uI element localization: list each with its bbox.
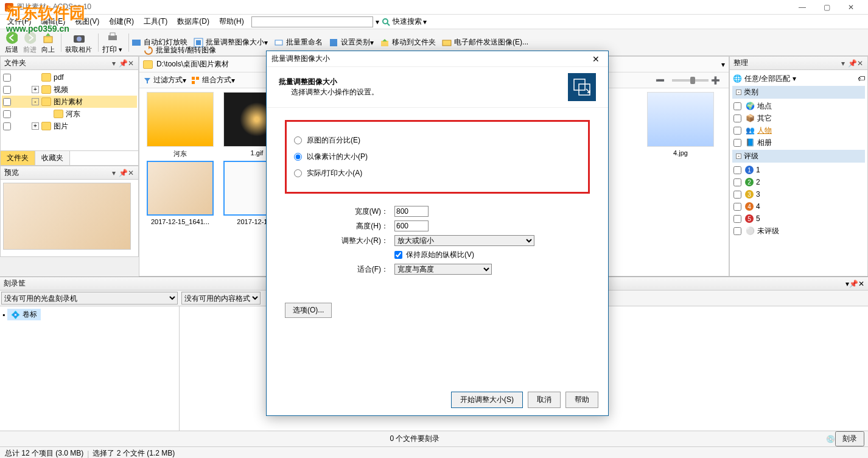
menu-file[interactable]: 文件(F) [2, 15, 36, 28]
forward-button[interactable]: 前进 [22, 30, 38, 54]
tree-row: pdf [2, 71, 137, 83]
acquire-button[interactable]: 获取相片 [64, 30, 93, 54]
app-icon [5, 3, 13, 12]
height-input[interactable] [394, 220, 429, 231]
svg-line-1 [387, 23, 390, 26]
match-selector[interactable]: 🌐任意/全部匹配▾ 🏷 [732, 72, 865, 85]
dialog-title: 批量调整图像大小 [271, 54, 589, 64]
tree-row: +视频 [2, 83, 137, 96]
radio-percent[interactable] [294, 136, 302, 144]
panel-pin-icon[interactable]: 📌 [119, 59, 126, 68]
radio-pixels[interactable] [294, 153, 302, 161]
close-button[interactable]: ✕ [839, 0, 863, 15]
folder-icon [41, 73, 51, 82]
options-button[interactable]: 选项(O)... [285, 303, 332, 318]
folder-tree[interactable]: pdf +视频 -图片素材 河东 +图片 [1, 70, 138, 150]
minimize-button[interactable]: — [790, 0, 814, 15]
folders-panel-header: 文件夹 ▾ 📌 ✕ [1, 57, 138, 70]
album-icon: 📘 [745, 138, 755, 147]
volume-label-tag[interactable]: 💠 卷标 [7, 309, 40, 320]
svg-rect-13 [330, 39, 337, 46]
svg-rect-11 [196, 40, 201, 45]
thumb-item[interactable]: 河东 [143, 92, 217, 158]
menu-help[interactable]: 帮助(H) [214, 15, 249, 28]
status-bar: 总计 12 个项目 (3.0 MB) | 选择了 2 个文件 (1.2 MB) [0, 446, 868, 458]
menu-view[interactable]: 视图(V) [70, 15, 104, 28]
cancel-button[interactable]: 取消 [528, 392, 561, 408]
misc-icon: 📦 [745, 113, 755, 123]
rating-row: 22 [732, 176, 865, 188]
help-button[interactable]: 帮助 [565, 392, 598, 408]
rating-row: 33 [732, 188, 865, 200]
move-icon [380, 38, 390, 48]
category-row: 📦其它 [732, 112, 865, 124]
svg-rect-19 [574, 79, 585, 90]
radio-actual[interactable] [294, 169, 302, 177]
keep-ratio-checkbox[interactable] [394, 251, 402, 259]
batch-rotate-button[interactable]: 批量旋转/翻转图像 [144, 45, 216, 55]
svg-rect-12 [275, 40, 282, 45]
zoom-slider[interactable] [690, 77, 695, 84]
email-button[interactable]: 电子邮件发送图像(E)... [442, 37, 528, 48]
tab-favorites[interactable]: 收藏夹 [35, 151, 70, 165]
filter-button[interactable]: 过滤方式 ▾ [143, 75, 186, 85]
fit-select[interactable]: 宽度与高度 [394, 264, 492, 275]
maximize-button[interactable]: ▢ [814, 0, 839, 15]
menubar: 文件(F) 编辑(E) 视图(V) 创建(R) 工具(T) 数据库(D) 帮助(… [0, 15, 868, 29]
quicksearch-label[interactable]: 快速搜索 [393, 16, 422, 27]
forward-icon [24, 30, 36, 45]
search-input[interactable] [251, 16, 373, 27]
zoom-in-icon[interactable]: ➕ [711, 76, 720, 85]
print-button[interactable]: 打印 ▾ [101, 30, 124, 55]
tag-icon: 🏷 [858, 74, 865, 83]
svg-rect-18 [192, 81, 195, 84]
tree-row: -图片素材 [2, 96, 137, 108]
svg-rect-15 [443, 40, 451, 46]
back-button[interactable]: 后退 [4, 30, 19, 54]
batch-rename-button[interactable]: 批量重命名 [274, 37, 323, 48]
camera-icon [72, 30, 85, 45]
set-category-button[interactable]: 设置类别 ▾ [329, 37, 374, 48]
resize-mode-select[interactable]: 放大或缩小 [394, 235, 534, 246]
burner-select[interactable]: 没有可用的光盘刻录机 [1, 292, 178, 305]
print-icon [107, 30, 119, 44]
status-total: 总计 12 个项目 (3.0 MB) [5, 448, 83, 458]
rating-row: 44 [732, 200, 865, 213]
preview-panel: 预览 ▾ 📌 ✕ [0, 166, 139, 257]
dialog-close-button[interactable]: ✕ [589, 54, 603, 64]
width-input[interactable] [394, 206, 429, 217]
folder-icon [54, 110, 63, 118]
zoom-out-icon[interactable]: ➖ [656, 76, 665, 85]
svg-rect-4 [44, 37, 52, 43]
globe-icon: 🌐 [732, 74, 742, 83]
resize-dialog: 批量调整图像大小 ✕ 批量调整图像大小 选择调整大小操作的设置。 原图的百分比(… [266, 51, 609, 416]
thumb-item[interactable]: 2017-12-15_1641... [143, 161, 217, 225]
folder-icon [41, 122, 51, 130]
panel-dropdown-icon[interactable]: ▾ [110, 59, 117, 68]
panel-close-icon[interactable]: ✕ [127, 59, 135, 68]
email-icon [442, 38, 452, 48]
thumb-item[interactable]: 4.jpg [643, 92, 718, 158]
category-icon [329, 38, 338, 48]
start-resize-button[interactable]: 开始调整大小(S) [451, 392, 523, 408]
menu-tools[interactable]: 工具(T) [139, 15, 172, 28]
up-button[interactable]: 向上 [40, 30, 56, 54]
rating-row: 11 [732, 164, 865, 176]
menu-database[interactable]: 数据库(D) [172, 15, 214, 28]
preview-image [3, 183, 131, 250]
move-to-button[interactable]: 移动到文件夹 [380, 37, 436, 48]
menu-create[interactable]: 创建(R) [104, 15, 139, 28]
tree-row: 河东 [2, 108, 137, 120]
group-button[interactable]: 组合方式 ▾ [191, 75, 234, 85]
category-row: 🌍地点 [732, 100, 865, 112]
search-icon [382, 18, 390, 26]
menu-edit[interactable]: 编辑(E) [36, 15, 70, 28]
people-icon: 👥 [745, 125, 755, 135]
burn-button[interactable]: 刻录 [835, 431, 864, 446]
organize-panel: 整理 ▾ 📌 ✕ 🌐任意/全部匹配▾ 🏷 -类别 🌍地点 📦其它 👥人物 📘相册… [729, 56, 868, 277]
category-row: 📘相册 [732, 136, 865, 149]
tab-folders[interactable]: 文件夹 [1, 151, 35, 165]
svg-rect-17 [196, 77, 199, 80]
format-select[interactable]: 没有可用的内容格式 [181, 292, 261, 305]
globe-icon: 🌍 [745, 101, 755, 111]
